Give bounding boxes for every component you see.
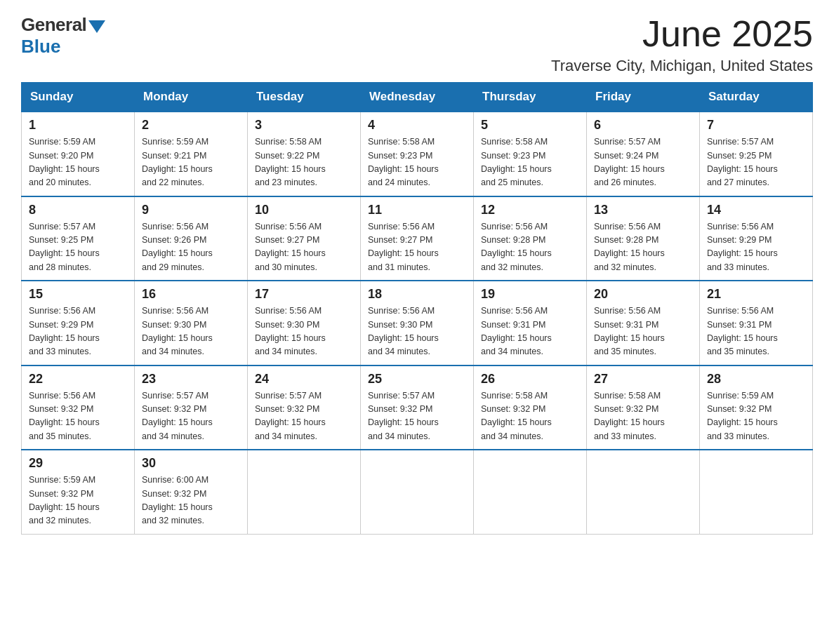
table-row: 16Sunrise: 5:56 AM Sunset: 9:30 PM Dayli…: [135, 281, 248, 365]
table-row: [587, 450, 700, 534]
table-row: [700, 450, 813, 534]
table-row: 12Sunrise: 5:56 AM Sunset: 9:28 PM Dayli…: [474, 196, 587, 281]
day-number: 9: [142, 203, 240, 217]
table-row: 22Sunrise: 5:56 AM Sunset: 9:32 PM Dayli…: [22, 365, 135, 450]
day-number: 3: [255, 118, 353, 133]
day-info: Sunrise: 5:56 AM Sunset: 9:28 PM Dayligh…: [481, 220, 579, 275]
day-number: 21: [707, 287, 805, 302]
table-row: 1Sunrise: 5:59 AM Sunset: 9:20 PM Daylig…: [22, 112, 135, 196]
day-number: 23: [142, 372, 240, 387]
day-info: Sunrise: 5:56 AM Sunset: 9:31 PM Dayligh…: [707, 304, 805, 359]
table-row: 20Sunrise: 5:56 AM Sunset: 9:31 PM Dayli…: [587, 281, 700, 365]
day-number: 7: [707, 118, 805, 133]
title-block: June 2025 Traverse City, Michigan, Unite…: [551, 14, 813, 75]
day-info: Sunrise: 5:59 AM Sunset: 9:32 PM Dayligh…: [707, 389, 805, 444]
main-title: June 2025: [551, 14, 813, 54]
table-row: 21Sunrise: 5:56 AM Sunset: 9:31 PM Dayli…: [700, 281, 813, 365]
table-row: 6Sunrise: 5:57 AM Sunset: 9:24 PM Daylig…: [587, 112, 700, 196]
table-row: 28Sunrise: 5:59 AM Sunset: 9:32 PM Dayli…: [700, 365, 813, 450]
table-row: 30Sunrise: 6:00 AM Sunset: 9:32 PM Dayli…: [135, 450, 248, 534]
day-number: 5: [481, 118, 579, 133]
table-row: 9Sunrise: 5:56 AM Sunset: 9:26 PM Daylig…: [135, 196, 248, 281]
day-info: Sunrise: 5:56 AM Sunset: 9:27 PM Dayligh…: [368, 220, 466, 275]
day-info: Sunrise: 5:57 AM Sunset: 9:32 PM Dayligh…: [368, 389, 466, 444]
day-info: Sunrise: 5:58 AM Sunset: 9:32 PM Dayligh…: [594, 389, 692, 444]
page-header: General Blue June 2025 Traverse City, Mi…: [21, 14, 813, 75]
day-info: Sunrise: 5:58 AM Sunset: 9:23 PM Dayligh…: [368, 135, 466, 190]
table-row: 2Sunrise: 5:59 AM Sunset: 9:21 PM Daylig…: [135, 112, 248, 196]
day-info: Sunrise: 6:00 AM Sunset: 9:32 PM Dayligh…: [142, 474, 240, 528]
day-number: 25: [368, 372, 466, 387]
table-row: 8Sunrise: 5:57 AM Sunset: 9:25 PM Daylig…: [22, 196, 135, 281]
day-number: 24: [255, 372, 353, 387]
table-row: 24Sunrise: 5:57 AM Sunset: 9:32 PM Dayli…: [248, 365, 361, 450]
table-row: [474, 450, 587, 534]
day-info: Sunrise: 5:58 AM Sunset: 9:22 PM Dayligh…: [255, 135, 353, 190]
header-tuesday: Tuesday: [248, 83, 361, 112]
table-row: 17Sunrise: 5:56 AM Sunset: 9:30 PM Dayli…: [248, 281, 361, 365]
header-friday: Friday: [587, 83, 700, 112]
day-number: 12: [481, 203, 579, 217]
day-number: 15: [29, 287, 127, 302]
header-monday: Monday: [135, 83, 248, 112]
day-number: 11: [368, 203, 466, 217]
location-subtitle: Traverse City, Michigan, United States: [551, 57, 813, 75]
table-row: 14Sunrise: 5:56 AM Sunset: 9:29 PM Dayli…: [700, 196, 813, 281]
day-info: Sunrise: 5:59 AM Sunset: 9:21 PM Dayligh…: [142, 135, 240, 190]
day-info: Sunrise: 5:56 AM Sunset: 9:31 PM Dayligh…: [594, 304, 692, 359]
day-number: 1: [29, 118, 127, 133]
day-info: Sunrise: 5:56 AM Sunset: 9:30 PM Dayligh…: [255, 304, 353, 359]
day-info: Sunrise: 5:56 AM Sunset: 9:27 PM Dayligh…: [255, 220, 353, 275]
day-info: Sunrise: 5:59 AM Sunset: 9:32 PM Dayligh…: [29, 474, 127, 528]
day-number: 26: [481, 372, 579, 387]
table-row: 18Sunrise: 5:56 AM Sunset: 9:30 PM Dayli…: [361, 281, 474, 365]
day-info: Sunrise: 5:56 AM Sunset: 9:32 PM Dayligh…: [29, 389, 127, 444]
table-row: 25Sunrise: 5:57 AM Sunset: 9:32 PM Dayli…: [361, 365, 474, 450]
day-info: Sunrise: 5:59 AM Sunset: 9:20 PM Dayligh…: [29, 135, 127, 190]
day-info: Sunrise: 5:57 AM Sunset: 9:25 PM Dayligh…: [707, 135, 805, 190]
header-thursday: Thursday: [474, 83, 587, 112]
logo-general-text: General: [21, 14, 86, 36]
table-row: 11Sunrise: 5:56 AM Sunset: 9:27 PM Dayli…: [361, 196, 474, 281]
day-number: 6: [594, 118, 692, 133]
logo-blue-text: Blue: [21, 36, 60, 58]
header-sunday: Sunday: [22, 83, 135, 112]
table-row: 4Sunrise: 5:58 AM Sunset: 9:23 PM Daylig…: [361, 112, 474, 196]
table-row: [361, 450, 474, 534]
header-wednesday: Wednesday: [361, 83, 474, 112]
day-number: 27: [594, 372, 692, 387]
day-info: Sunrise: 5:56 AM Sunset: 9:30 PM Dayligh…: [142, 304, 240, 359]
day-number: 8: [29, 203, 127, 217]
day-info: Sunrise: 5:56 AM Sunset: 9:28 PM Dayligh…: [594, 220, 692, 275]
table-row: 3Sunrise: 5:58 AM Sunset: 9:22 PM Daylig…: [248, 112, 361, 196]
header-saturday: Saturday: [700, 83, 813, 112]
day-number: 29: [29, 456, 127, 471]
table-row: 26Sunrise: 5:58 AM Sunset: 9:32 PM Dayli…: [474, 365, 587, 450]
table-row: 27Sunrise: 5:58 AM Sunset: 9:32 PM Dayli…: [587, 365, 700, 450]
table-row: 15Sunrise: 5:56 AM Sunset: 9:29 PM Dayli…: [22, 281, 135, 365]
day-number: 13: [594, 203, 692, 217]
logo: General Blue: [21, 14, 105, 58]
day-number: 17: [255, 287, 353, 302]
table-row: 19Sunrise: 5:56 AM Sunset: 9:31 PM Dayli…: [474, 281, 587, 365]
day-number: 22: [29, 372, 127, 387]
table-row: 23Sunrise: 5:57 AM Sunset: 9:32 PM Dayli…: [135, 365, 248, 450]
day-number: 20: [594, 287, 692, 302]
table-row: 5Sunrise: 5:58 AM Sunset: 9:23 PM Daylig…: [474, 112, 587, 196]
calendar-body: 1Sunrise: 5:59 AM Sunset: 9:20 PM Daylig…: [22, 112, 813, 534]
day-info: Sunrise: 5:56 AM Sunset: 9:29 PM Dayligh…: [707, 220, 805, 275]
day-info: Sunrise: 5:56 AM Sunset: 9:26 PM Dayligh…: [142, 220, 240, 275]
day-info: Sunrise: 5:56 AM Sunset: 9:30 PM Dayligh…: [368, 304, 466, 359]
day-number: 2: [142, 118, 240, 133]
day-number: 16: [142, 287, 240, 302]
day-info: Sunrise: 5:56 AM Sunset: 9:31 PM Dayligh…: [481, 304, 579, 359]
day-info: Sunrise: 5:57 AM Sunset: 9:24 PM Dayligh…: [594, 135, 692, 190]
logo-triangle-icon: [88, 20, 105, 33]
day-number: 18: [368, 287, 466, 302]
day-info: Sunrise: 5:56 AM Sunset: 9:29 PM Dayligh…: [29, 304, 127, 359]
day-number: 30: [142, 456, 240, 471]
day-info: Sunrise: 5:57 AM Sunset: 9:25 PM Dayligh…: [29, 220, 127, 275]
day-number: 4: [368, 118, 466, 133]
table-row: 10Sunrise: 5:56 AM Sunset: 9:27 PM Dayli…: [248, 196, 361, 281]
day-info: Sunrise: 5:57 AM Sunset: 9:32 PM Dayligh…: [142, 389, 240, 444]
